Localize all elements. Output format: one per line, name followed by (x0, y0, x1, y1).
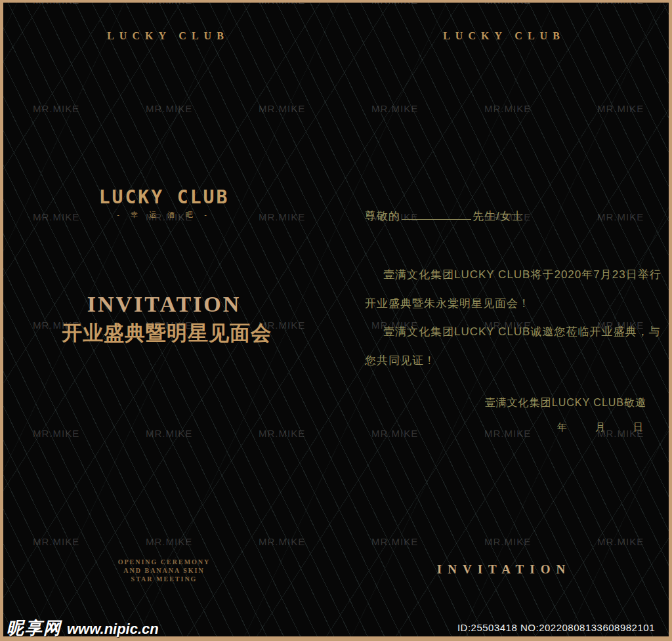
body-line: 您共同见证！ (365, 346, 660, 375)
signature-line: 壹满文化集团LUCKY CLUB敬邀 (485, 396, 646, 410)
body-line: 壹满文化集团LUCKY CLUB诚邀您莅临开业盛典，与 (365, 318, 660, 346)
lucky-club-logo: LUCKY CLUB (0, 186, 328, 208)
body-line: 壹满文化集团LUCKY CLUB将于2020年7月23日举行 (365, 260, 660, 289)
body-line: 开业盛典暨朱永棠明星见面会！ (365, 289, 660, 318)
greeting-line: 尊敬的先生/女士 (365, 209, 524, 224)
right-panel-footer: INVITATION (336, 562, 672, 577)
footer-line: OPENING CEREMONY (66, 558, 262, 566)
name-blank-underline (402, 209, 471, 220)
date-day-label: 日 (633, 421, 643, 434)
nipic-site-logo: 昵享网www.nipic.cn (7, 617, 159, 640)
footer-line: STAR MEETING (66, 575, 262, 583)
date-month-label: 月 (595, 421, 605, 434)
invitation-poster-preview: MR.MIKE MR.MIKE MR.MIKE MR.MIKE MR.MIKE … (0, 0, 672, 641)
image-id-text: ID:25503418 NO:20220808133608982101 (457, 622, 655, 633)
right-panel-header: LUCKY CLUB (336, 30, 672, 42)
lucky-club-logo-subtitle: - 幸 运 酒 吧 - (0, 210, 328, 220)
greeting-prefix: 尊敬的 (365, 210, 400, 222)
invitation-body: 壹满文化集团LUCKY CLUB将于2020年7月23日举行 开业盛典暨朱永棠明… (365, 260, 660, 375)
nipic-site-url: www.nipic.cn (67, 621, 159, 637)
invitation-title: INVITATION (0, 292, 328, 317)
footer-line: AND BANANA SKIN (66, 566, 262, 575)
nipic-site-name: 昵享网 (7, 618, 62, 638)
greeting-suffix: 先生/女士 (472, 210, 524, 222)
date-year-label: 年 (557, 421, 567, 434)
date-line: 年 月 日 (557, 421, 643, 434)
left-panel-header: LUCKY CLUB (0, 30, 336, 42)
left-panel-footer: OPENING CEREMONY AND BANANA SKIN STAR ME… (66, 558, 262, 583)
invitation-subtitle: 开业盛典暨明星见面会 (0, 320, 333, 347)
